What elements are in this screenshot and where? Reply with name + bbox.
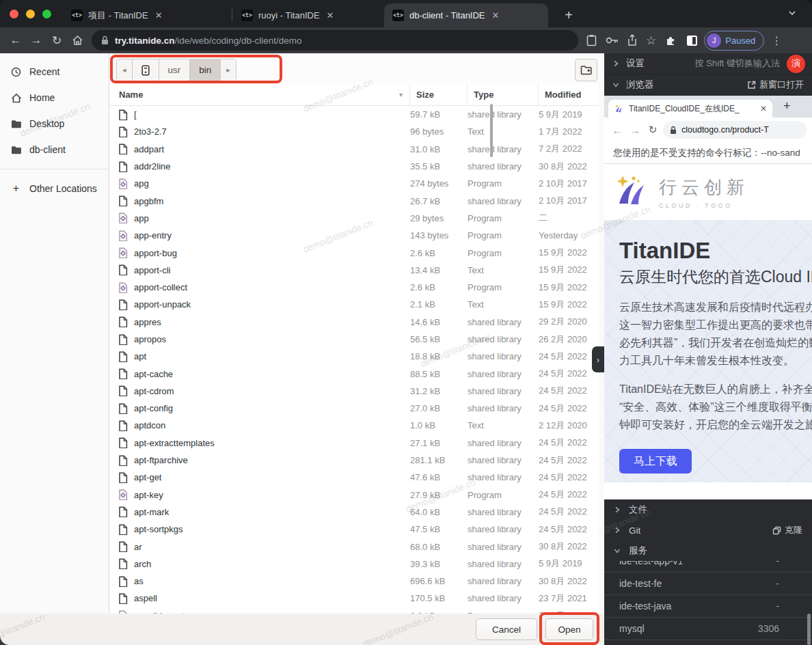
tab-close-icon[interactable]: ✕ (154, 10, 164, 20)
file-row[interactable]: apt-ftparchive 281.1 kB shared library 2… (109, 452, 599, 469)
inner-browser-tab[interactable]: TitanIDE_CloudIDE_在线IDE_ ✕ (608, 100, 772, 118)
file-row[interactable]: apt-extracttemplates 27.1 kB shared libr… (109, 435, 599, 452)
file-name: apt-get (134, 472, 161, 482)
section-files[interactable]: 文件 (604, 499, 812, 520)
breadcrumb-forward-button[interactable]: ▸ (221, 59, 236, 81)
file-row[interactable]: apgbfm 26.7 kB shared library 2 10月 2017 (109, 192, 599, 209)
service-row[interactable]: ide-test-fe - (604, 573, 812, 595)
column-header-modified[interactable]: Modified (539, 83, 599, 105)
file-row[interactable]: as 696.6 kB shared library 30 8月 2022 (109, 573, 599, 590)
settings-row[interactable]: 设置 按 Shift 键切换输入法 演 (604, 53, 812, 74)
new-tab-button[interactable]: + (559, 5, 578, 25)
section-git[interactable]: Git 克隆 (604, 520, 812, 540)
open-button[interactable]: Open (545, 618, 593, 640)
browser-tab-ruoyi[interactable]: <t> ruoyi - TitanIDE ✕ (233, 3, 383, 27)
close-window-button[interactable] (10, 10, 18, 18)
new-folder-button[interactable] (575, 59, 597, 81)
git-clone-button[interactable]: 克隆 (772, 524, 802, 536)
file-icon (118, 126, 128, 137)
file-row[interactable]: apport-cli 13.4 kB Text 15 9月 2022 (109, 262, 599, 279)
inner-new-tab-button[interactable]: + (783, 99, 791, 113)
file-row[interactable]: addpart 31.0 kB shared library 7 2月 2022 (109, 141, 599, 158)
browser-section-row[interactable]: 浏览器 新窗口打开 (604, 74, 812, 96)
column-header-size[interactable]: Size (410, 83, 468, 105)
file-row[interactable]: app-entry 143 bytes Program Yesterday (109, 227, 599, 244)
reload-icon[interactable]: ↻ (46, 30, 67, 51)
panel-expand-handle[interactable]: › (592, 346, 604, 372)
forward-icon[interactable]: → (26, 30, 46, 51)
cancel-button[interactable]: Cancel (476, 618, 537, 640)
sidebar-item-other-locations[interactable]: + Other Locations (0, 176, 109, 202)
inner-address-bar[interactable]: cloudtogo.cn/product-T (663, 121, 807, 139)
tab-close-icon[interactable]: ✕ (325, 10, 336, 20)
open-new-window-button[interactable]: 新窗口打开 (747, 79, 804, 91)
file-row[interactable]: appres 14.6 kB shared library 29 2月 2020 (109, 314, 599, 331)
column-header-type[interactable]: Type (468, 83, 539, 105)
service-row[interactable]: ide-test-app-v1 - (604, 561, 812, 573)
file-list-header: Name▾ Size Type Modified (109, 83, 599, 106)
sidebar-item-db-client[interactable]: db-client (0, 137, 109, 163)
file-row[interactable]: apt-get 47.6 kB shared library 24 5月 202… (109, 469, 599, 486)
browser-menu-kebab-icon[interactable]: ⋮ (771, 34, 782, 47)
minimize-window-button[interactable] (26, 10, 35, 18)
home-icon[interactable] (67, 30, 87, 51)
address-bar[interactable]: try.titanide.cn/ide/web/coding/db-client… (92, 30, 578, 51)
key-icon[interactable] (606, 36, 619, 44)
file-row[interactable]: ar 68.0 kB shared library 30 8月 2022 (109, 538, 599, 555)
column-header-name[interactable]: Name▾ (109, 83, 410, 105)
back-icon[interactable]: ← (5, 30, 26, 51)
browser-tab-project[interactable]: <t> 项目 - TitanIDE ✕ (63, 3, 230, 27)
file-icon (118, 351, 128, 362)
file-row[interactable]: apport-bug 2.6 kB Program 15 9月 2022 (109, 244, 599, 261)
bookmark-star-icon[interactable]: ☆ (646, 33, 656, 48)
file-row[interactable]: aspell-import 2.0 kB Program 23 7月 2021 (109, 607, 599, 614)
download-now-button[interactable]: 马上下载 (619, 449, 692, 474)
services-scrollbar-thumb[interactable] (807, 614, 811, 645)
share-icon[interactable] (627, 34, 637, 46)
breadcrumb-computer-button[interactable] (133, 59, 159, 81)
side-panel-icon[interactable] (686, 35, 698, 46)
file-row[interactable]: app 29 bytes Program 二 (109, 210, 599, 227)
service-row[interactable]: mysql 3306 (604, 618, 812, 640)
file-row[interactable]: apt-sortpkgs 47.5 kB shared library 24 5… (109, 521, 599, 538)
file-row[interactable]: apropos 56.5 kB shared library 26 2月 202… (109, 331, 599, 348)
file-row[interactable]: aptdcon 1.0 kB Text 2 12月 2020 (109, 417, 599, 434)
file-row[interactable]: [ 59.7 kB shared library 5 9月 2019 (109, 106, 599, 123)
file-row[interactable]: arch 39.3 kB shared library 5 9月 2019 (109, 555, 599, 573)
browser-tab-db-client-active[interactable]: <t> db-client - TitanIDE ✕ (384, 3, 548, 27)
inner-tab-close-icon[interactable]: ✕ (760, 104, 767, 113)
file-size: 18.8 kB (410, 351, 468, 361)
file-row[interactable]: apt-cache 88.5 kB shared library 24 5月 2… (109, 365, 599, 382)
inner-forward-icon[interactable]: → (627, 124, 642, 136)
extensions-puzzle-icon[interactable] (665, 34, 677, 46)
maximize-window-button[interactable] (42, 10, 51, 18)
file-row[interactable]: apt 18.8 kB shared library 24 5月 2022 (109, 348, 599, 365)
sidebar-item-desktop[interactable]: Desktop (0, 111, 109, 137)
clipboard-icon[interactable] (586, 34, 597, 46)
file-row[interactable]: aspell 170.5 kB shared library 23 7月 202… (109, 590, 599, 607)
tab-close-icon[interactable]: ✕ (491, 10, 501, 20)
file-row[interactable]: apport-unpack 2.1 kB Text 15 9月 2022 (109, 296, 599, 313)
inner-reload-icon[interactable]: ↻ (645, 124, 660, 136)
breadcrumb-segment-bin[interactable]: bin (190, 59, 221, 81)
sidebar-item-recent[interactable]: Recent (0, 59, 109, 85)
profile-chip[interactable]: J Paused (704, 31, 764, 51)
file-name: [ (134, 109, 137, 120)
file-row[interactable]: apt-key 27.9 kB Program 24 5月 2022 (109, 486, 599, 504)
file-row[interactable]: apt-config 27.0 kB shared library 24 5月 … (109, 400, 599, 417)
file-size: 68.0 kB (410, 542, 468, 552)
breadcrumb-segment-usr[interactable]: usr (159, 59, 191, 81)
service-row[interactable]: ide-test-java - (604, 595, 812, 618)
breadcrumb-back-button[interactable]: ◂ (117, 59, 133, 81)
file-row[interactable]: apport-collect 2.6 kB Program 15 9月 2022 (109, 279, 599, 296)
sidebar-item-home[interactable]: Home (0, 85, 109, 111)
file-row[interactable]: apt-mark 64.0 kB shared library 24 5月 20… (109, 504, 599, 521)
file-list-scrollbar-thumb[interactable] (490, 104, 493, 157)
file-row[interactable]: apg 274 bytes Program 2 10月 2017 (109, 175, 599, 192)
section-services[interactable]: 服务 (604, 540, 812, 561)
file-row[interactable]: addr2line 35.5 kB shared library 30 8月 2… (109, 158, 599, 175)
file-row[interactable]: 2to3-2.7 96 bytes Text 1 7月 2022 (109, 123, 599, 140)
inner-back-icon[interactable]: ← (610, 124, 625, 136)
tab-search-chevron-icon[interactable] (787, 8, 797, 18)
file-row[interactable]: apt-cdrom 31.2 kB shared library 24 5月 2… (109, 383, 599, 400)
